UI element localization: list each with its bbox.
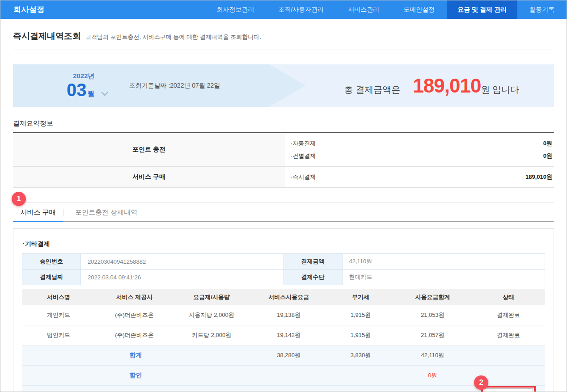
app-window: 회사설정 회사정보관리 조직/사용자관리 서비스관리 도메인설정 요금 및 결제… [0, 0, 567, 392]
nav-item-company-info[interactable]: 회사정보관리 [204, 0, 266, 19]
col-service-name: 서비스명 [22, 289, 95, 305]
billing-period-banner: 2022년 03 월 조회기준날짜 :2022년 07월 22일 총 결제금액은… [13, 64, 554, 107]
summary-item-label: ·즉시결제 [291, 173, 316, 181]
table-row: 개인카드 (주)더존비즈온 사용자당 2,000원 19,138원 1,915원… [22, 305, 545, 325]
billing-year: 2022년 [73, 72, 106, 80]
col-plan-usage: 요금제/사용량 [173, 289, 250, 305]
total-amount-prefix: 총 결제금액은 [344, 84, 401, 96]
other-payment-heading: ·기타결제 [22, 236, 545, 253]
approval-number-value: 202203040941258882 [81, 254, 284, 270]
summary-row-point-charge: 포인트 충전 ·자동결제 0원 ·건별결제 0원 [13, 133, 554, 167]
discount-sum: 0원 [394, 366, 472, 386]
col-usage-fee: 서비스사용요금 [250, 289, 328, 305]
page-header: 즉시결제내역조회 고객님의 포인트충전, 서비스구매 등에 대한 결제내역을 조… [13, 19, 554, 50]
cell-service-name: 법인카드 [22, 325, 95, 346]
base-date-label: 조회기준날짜 :2022년 07월 22일 [129, 82, 220, 90]
payment-summary-table: 포인트 충전 ·자동결제 0원 ·건별결제 0원 서비스 구매 ·즉시결 [13, 132, 554, 188]
summary-row-payment: 결제금액 42,110원 2 카드전표 인쇄 [22, 386, 545, 392]
payment-method-value: 현대카드 [342, 270, 545, 285]
page-subtitle: 고객님의 포인트충전, 서비스구매 등에 대한 결제내역을 조회합니다. [85, 33, 261, 41]
payment-amount-value: 42,110원 [342, 254, 545, 270]
col-fee-total: 사용요금합계 [394, 289, 472, 305]
annotation-highlight-box: 카드전표 인쇄 [481, 386, 536, 392]
cell-plan-usage: 카드당 2,000원 [173, 325, 250, 346]
summary-item-label: ·자동결제 [291, 139, 316, 148]
cell-provider: (주)더존비즈온 [95, 325, 174, 346]
billing-month-selector[interactable]: 2022년 03 월 [67, 72, 106, 99]
annotation-step-1-badge: 1 [12, 192, 26, 206]
total-usage-fee: 38,280원 [250, 346, 328, 366]
summary-row-service-purchase: 서비스 구매 ·즉시결제 189,010원 [13, 167, 554, 188]
info-label: 결제날짜 [22, 270, 81, 285]
nav-item-activity[interactable]: 활동기록 [517, 0, 567, 19]
print-card-receipt-button[interactable]: 카드전표 인쇄 [484, 388, 533, 392]
billing-month: 03 [67, 80, 87, 99]
nav-item-services[interactable]: 서비스관리 [336, 0, 391, 19]
tab-point-charge-detail[interactable]: 포인트충전 상세내역 [63, 203, 149, 221]
discount-row-label: 할인 [22, 366, 250, 386]
col-provider: 서비스 제공사 [95, 289, 174, 305]
total-amount-value: 189,010 [413, 75, 481, 97]
summary-row-discount: 할인 0원 [22, 366, 545, 386]
cell-vat: 1,915원 [328, 325, 393, 346]
cell-status: 결제완료 [472, 325, 545, 346]
total-sum: 42,110원 [394, 346, 472, 366]
cell-fee-total: 21,057원 [394, 325, 472, 346]
table-header-row: 서비스명 서비스 제공사 요금제/사용량 서비스사용요금 부가세 사용요금합계 … [22, 289, 545, 305]
payment-sum: 42,110원 [394, 386, 472, 392]
app-title: 회사설정 [13, 4, 45, 15]
nav-item-domain[interactable]: 도메인설정 [391, 0, 447, 19]
page-title: 즉시결제내역조회 [13, 30, 81, 42]
total-amount-suffix: 원 입니다 [481, 84, 519, 96]
total-row-label: 합계 [22, 346, 250, 366]
summary-item-value: 189,010원 [525, 173, 552, 181]
payment-date-value: 2022.03.04 09:41:26 [81, 270, 284, 285]
col-status: 상태 [472, 289, 545, 305]
summary-item-value: 0원 [543, 152, 552, 160]
other-payment-panel: ·기타결제 승인번호 202203040941258882 결제금액 42,11… [13, 228, 554, 392]
nav-item-org-users[interactable]: 조직/사용자관리 [266, 0, 336, 19]
top-nav: 회사설정 회사정보관리 조직/사용자관리 서비스관리 도메인설정 요금 및 결제… [0, 0, 567, 19]
cell-status: 결제완료 [472, 305, 545, 325]
tabs-separator [13, 202, 554, 203]
cell-usage-fee: 19,138원 [250, 305, 328, 325]
payment-summary-heading: 결제요약정보 [13, 119, 554, 128]
table-row: 법인카드 (주)더존비즈온 카드당 2,000원 19,142원 1,915원 … [22, 325, 545, 346]
nav-menu: 회사정보관리 조직/사용자관리 서비스관리 도메인설정 요금 및 결제 관리 활… [204, 0, 567, 19]
summary-item-label: ·건별결제 [291, 152, 316, 160]
col-vat: 부가세 [328, 289, 393, 305]
service-usage-table: 서비스명 서비스 제공사 요금제/사용량 서비스사용요금 부가세 사용요금합계 … [22, 289, 545, 392]
total-vat: 3,830원 [328, 346, 393, 366]
payment-row-label: 결제금액 [22, 386, 250, 392]
info-label: 승인번호 [22, 254, 81, 270]
cell-plan-usage: 사용자당 2,000원 [173, 305, 250, 325]
cell-service-name: 개인카드 [22, 305, 95, 325]
total-amount-group: 총 결제금액은 189,010 원 입니다 [344, 75, 554, 97]
summary-category: 포인트 충전 [13, 133, 285, 166]
billing-month-suffix: 월 [88, 89, 95, 99]
info-label: 결제금액 [284, 254, 342, 270]
summary-item-value: 0원 [543, 139, 552, 148]
payment-info-table: 승인번호 202203040941258882 결제금액 42,110원 결제날… [22, 253, 545, 285]
nav-item-billing[interactable]: 요금 및 결제 관리 [447, 0, 517, 19]
summary-category: 서비스 구매 [13, 167, 285, 187]
summary-row-total: 합계 38,280원 3,830원 42,110원 [22, 346, 545, 366]
cell-fee-total: 21,053원 [394, 305, 472, 325]
cell-usage-fee: 19,142원 [250, 325, 328, 346]
detail-tabs: 서비스 구매 포인트충전 상세내역 [13, 203, 554, 222]
info-label: 결제수단 [284, 270, 342, 285]
cell-vat: 1,915원 [328, 305, 393, 325]
tab-service-purchase[interactable]: 서비스 구매 [13, 203, 63, 221]
cell-provider: (주)더존비즈온 [95, 305, 174, 325]
